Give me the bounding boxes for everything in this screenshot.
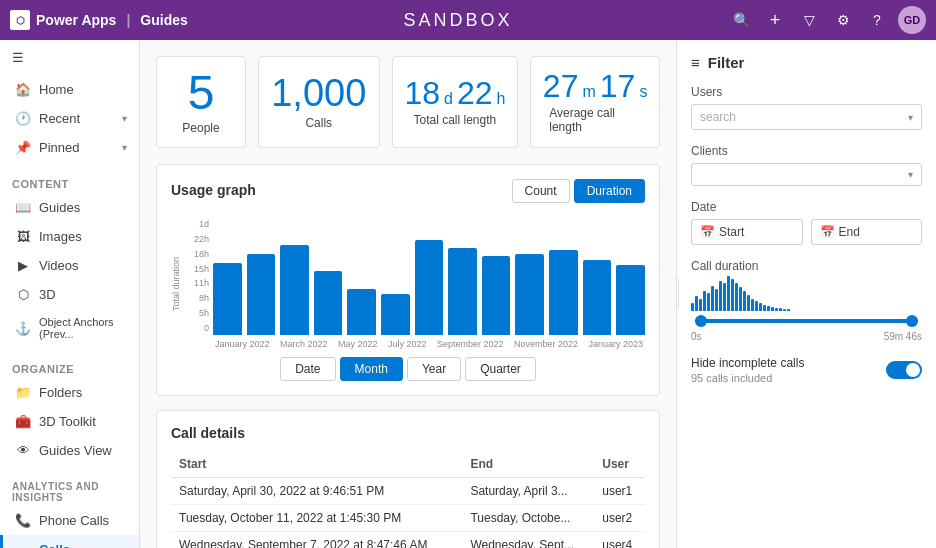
call-duration-label: Call duration	[691, 259, 922, 273]
sidebar-item-folders[interactable]: 📁 Folders	[0, 378, 139, 407]
chart-bar[interactable]	[482, 256, 511, 335]
sidebar: ☰ 🏠 Home 🕐 Recent ▾ 📌 Pinned ▾ Content 📖…	[0, 40, 140, 548]
sidebar-item-pinned[interactable]: 📌 Pinned ▾	[0, 133, 139, 162]
y-axis: 1d 22h 18h 15h 11h 8h 5h 0	[185, 219, 213, 349]
mini-chart	[691, 281, 922, 311]
slider-fill	[695, 319, 918, 323]
app-logo: ⬡ Power Apps | Guides	[10, 10, 188, 30]
hide-incomplete-toggle[interactable]	[886, 361, 922, 379]
table-row[interactable]: Tuesday, October 11, 2022 at 1:45:30 PMT…	[171, 505, 645, 532]
slider-handle-left[interactable]	[695, 315, 707, 327]
table-row[interactable]: Saturday, April 30, 2022 at 9:46:51 PMSa…	[171, 478, 645, 505]
date-button[interactable]: Date	[280, 357, 335, 381]
sidebar-item-phone-calls[interactable]: 📞 Phone Calls	[0, 506, 139, 535]
quarter-button[interactable]: Quarter	[465, 357, 536, 381]
avatar[interactable]: GD	[898, 6, 926, 34]
filter-users: Users search ▾	[691, 85, 922, 130]
chart-bars	[213, 219, 645, 339]
chart-bar[interactable]	[515, 254, 544, 335]
sidebar-item-label: Images	[39, 229, 82, 244]
date-row: 📅 Start 📅 End	[691, 219, 922, 245]
seconds-unit: s	[639, 83, 647, 101]
calls-label: Calls	[305, 116, 332, 130]
hamburger-icon[interactable]: ☰	[0, 40, 139, 75]
settings-icon[interactable]: ⚙	[830, 7, 856, 33]
chart-bar[interactable]	[616, 265, 645, 335]
chart-bar[interactable]	[247, 254, 276, 335]
y-label: 5h	[199, 308, 209, 318]
mini-bar	[695, 296, 698, 311]
filter-call-duration: Call duration 0s 59m 46s	[691, 259, 922, 342]
table-row[interactable]: Wednesday, September 7, 2022 at 8:47:46 …	[171, 532, 645, 549]
x-label: November 2022	[514, 339, 578, 349]
section-content: Content	[0, 170, 139, 193]
usage-graph-card: Usage graph Count Duration Total duratio…	[156, 164, 660, 396]
toggle-text: Hide incomplete calls 95 calls included	[691, 356, 804, 384]
sidebar-item-label: 3D	[39, 287, 56, 302]
sidebar-item-calls-dashboard[interactable]: 📊 Calls Dashboard	[0, 535, 139, 548]
sidebar-item-videos[interactable]: ▶ Videos	[0, 251, 139, 280]
filter-clients: Clients ▾	[691, 144, 922, 186]
calendar-icon: 📅	[700, 225, 715, 239]
filter-panel: › ≡ Filter Users search ▾ Clients ▾ Date	[676, 40, 936, 548]
sidebar-item-label: Object Anchors (Prev...	[39, 316, 127, 340]
x-labels: January 2022 March 2022 May 2022 July 20…	[213, 339, 645, 349]
clients-input[interactable]: ▾	[691, 163, 922, 186]
duration-min: 0s	[691, 331, 702, 342]
avg-label: Average call length	[549, 106, 641, 134]
sidebar-item-recent[interactable]: 🕐 Recent ▾	[0, 104, 139, 133]
count-button[interactable]: Count	[512, 179, 570, 203]
help-icon[interactable]: ?	[864, 7, 890, 33]
slider-handle-right[interactable]	[906, 315, 918, 327]
chart-bar[interactable]	[347, 289, 376, 335]
chart-bar[interactable]	[381, 294, 410, 335]
total-hours: 22	[457, 77, 493, 109]
filter-toggle[interactable]: ›	[676, 279, 679, 309]
slider-labels: 0s 59m 46s	[691, 331, 922, 342]
mini-bar	[779, 308, 782, 311]
sidebar-item-home[interactable]: 🏠 Home	[0, 75, 139, 104]
call-details-card: Call details Start End User Saturday, Ap…	[156, 410, 660, 548]
chart-bar[interactable]	[415, 240, 444, 335]
search-icon[interactable]: 🔍	[728, 7, 754, 33]
chart-bar[interactable]	[213, 263, 242, 335]
toggle-knob	[906, 363, 920, 377]
sidebar-item-object-anchors[interactable]: ⚓ Object Anchors (Prev...	[0, 309, 139, 347]
chart-bar[interactable]	[549, 250, 578, 335]
sidebar-item-3d[interactable]: ⬡ 3D	[0, 280, 139, 309]
filter-icon[interactable]: ▽	[796, 7, 822, 33]
sidebar-item-guides-view[interactable]: 👁 Guides View	[0, 436, 139, 465]
filter-icon: ≡	[691, 54, 700, 71]
filter-date: Date 📅 Start 📅 End	[691, 200, 922, 245]
section-analytics: Analytics and Insights	[0, 473, 139, 506]
chart-container: Total duration 1d 22h 18h 15h 11h 8h 5h …	[171, 219, 645, 349]
year-button[interactable]: Year	[407, 357, 461, 381]
y-label: 1d	[199, 219, 209, 229]
chart-bar[interactable]	[314, 271, 343, 335]
avg-length-values: 27m 17s	[543, 70, 648, 102]
stat-total-call-length: 18d 22h Total call length	[392, 56, 519, 148]
end-date-button[interactable]: 📅 End	[811, 219, 923, 245]
sidebar-item-guides[interactable]: 📖 Guides	[0, 193, 139, 222]
month-button[interactable]: Month	[340, 357, 403, 381]
table-body: Saturday, April 30, 2022 at 9:46:51 PMSa…	[171, 478, 645, 549]
y-label: 22h	[194, 234, 209, 244]
stat-calls: 1,000 Calls	[258, 56, 380, 148]
cell-start: Tuesday, October 11, 2022 at 1:45:30 PM	[171, 505, 462, 532]
days-unit: d	[444, 90, 453, 108]
users-input[interactable]: search ▾	[691, 104, 922, 130]
sidebar-item-3d-toolkit[interactable]: 🧰 3D Toolkit	[0, 407, 139, 436]
sidebar-item-images[interactable]: 🖼 Images	[0, 222, 139, 251]
sidebar-item-label: Recent	[39, 111, 80, 126]
chart-bar[interactable]	[280, 245, 309, 335]
hide-incomplete-label: Hide incomplete calls	[691, 356, 804, 370]
duration-button[interactable]: Duration	[574, 179, 645, 203]
add-icon[interactable]: +	[762, 7, 788, 33]
page-title: SANDBOX	[188, 10, 728, 31]
y-label: 18h	[194, 249, 209, 259]
mini-bar	[711, 286, 714, 311]
chart-bar[interactable]	[583, 260, 612, 335]
start-date-button[interactable]: 📅 Start	[691, 219, 803, 245]
chart-bar[interactable]	[448, 248, 477, 335]
graph-controls: Count Duration	[512, 179, 645, 203]
